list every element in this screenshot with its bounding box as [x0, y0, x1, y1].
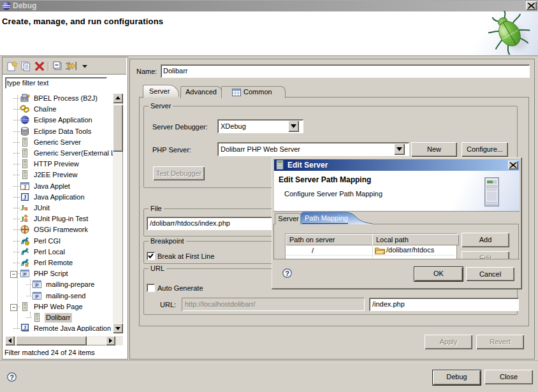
svg-text:Path Mapping: Path Mapping — [305, 214, 348, 222]
svg-text:J: J — [24, 194, 27, 201]
svg-text:J: J — [24, 324, 27, 331]
svg-text:?: ? — [10, 374, 14, 381]
svg-text:P: P — [35, 282, 38, 288]
svg-text:P: P — [35, 294, 38, 300]
svg-text:?: ? — [285, 270, 289, 277]
svg-text:P: P — [23, 272, 26, 277]
svg-text:J: J — [24, 184, 27, 191]
svg-text:u: u — [24, 205, 28, 212]
